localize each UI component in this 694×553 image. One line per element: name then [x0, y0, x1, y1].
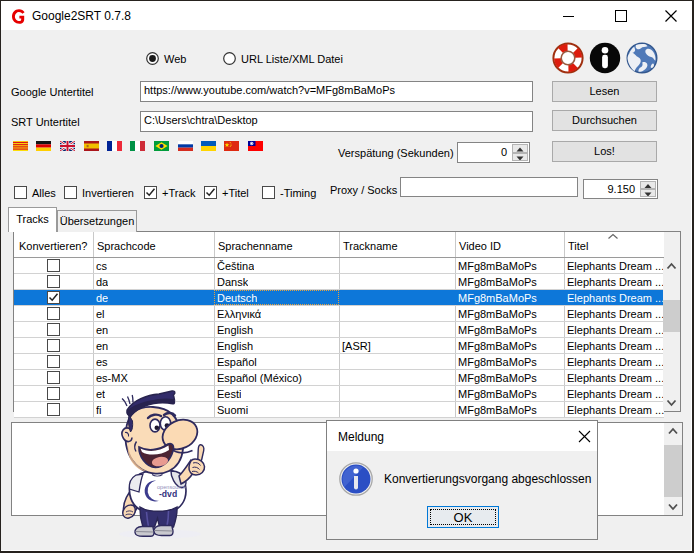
svg-text:-dvd: -dvd	[159, 489, 177, 499]
